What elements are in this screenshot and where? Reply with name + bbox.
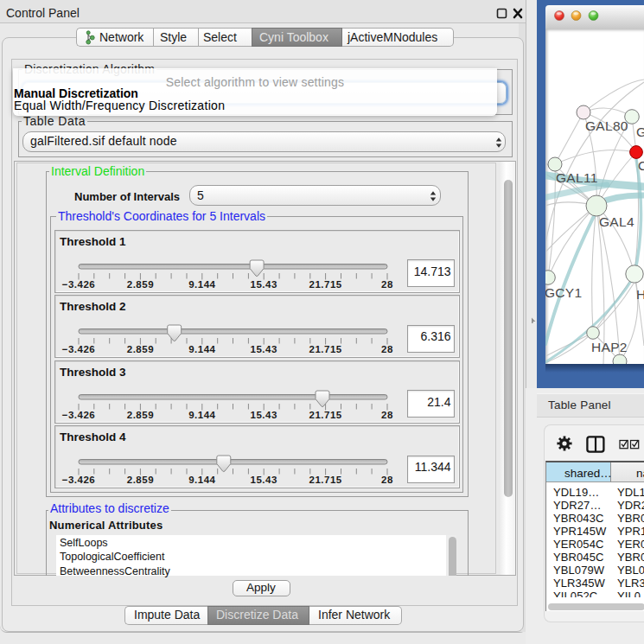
svg-text:28: 28 [381, 475, 393, 485]
svg-text:GAL4: GAL4 [599, 214, 634, 229]
svg-text:9.144: 9.144 [188, 475, 215, 485]
svg-text:9.144: 9.144 [188, 410, 215, 420]
svg-text:15.43: 15.43 [251, 475, 277, 485]
svg-text:2.859: 2.859 [127, 410, 154, 420]
svg-text:9.144: 9.144 [188, 344, 215, 354]
svg-text:2.859: 2.859 [127, 475, 154, 485]
svg-text:GAL11: GAL11 [556, 170, 598, 185]
svg-text:C: C [638, 158, 644, 173]
svg-text:2.859: 2.859 [127, 279, 154, 290]
svg-text:21.715: 21.715 [309, 475, 342, 485]
svg-text:21.715: 21.715 [309, 279, 342, 290]
svg-text:21.715: 21.715 [309, 344, 342, 354]
svg-text:9.144: 9.144 [188, 279, 215, 290]
svg-text:H: H [636, 287, 644, 302]
svg-text:HAP2: HAP2 [591, 340, 628, 354]
svg-text:2.859: 2.859 [127, 344, 154, 354]
svg-text:15.43: 15.43 [251, 279, 277, 290]
svg-text:21.715: 21.715 [309, 410, 342, 420]
svg-text:−3.426: −3.426 [62, 344, 96, 354]
svg-text:28: 28 [381, 279, 393, 290]
svg-text:G: G [636, 124, 644, 139]
svg-text:−3.426: −3.426 [62, 410, 96, 420]
svg-text:28: 28 [381, 344, 393, 354]
svg-text:GCY1: GCY1 [545, 285, 582, 300]
svg-text:GAL80: GAL80 [585, 118, 628, 133]
svg-text:−3.426: −3.426 [62, 279, 96, 290]
svg-text:15.43: 15.43 [251, 410, 277, 420]
svg-text:15.43: 15.43 [251, 344, 277, 354]
svg-text:28: 28 [381, 410, 393, 420]
svg-text:−3.426: −3.426 [62, 475, 96, 485]
